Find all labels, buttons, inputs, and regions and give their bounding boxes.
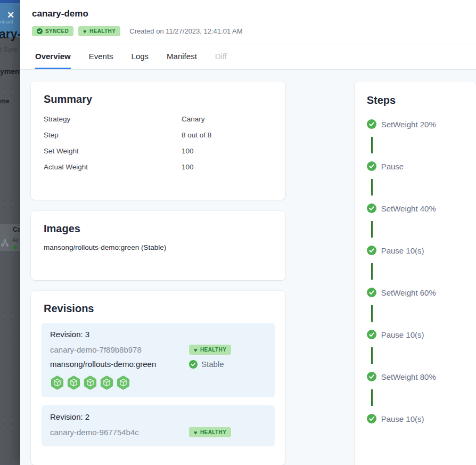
step-item: Pause 10(s): [367, 413, 476, 425]
background-page-title-fragment: ary-: [0, 27, 20, 42]
tab-manifest[interactable]: Manifest: [167, 44, 197, 69]
pod-icon: [50, 375, 64, 390]
step-label: SetWeight 20%: [381, 120, 436, 129]
row-label: Step: [44, 131, 182, 139]
image-item: mansong/rollouts-demo:green (Stable): [44, 243, 273, 251]
step-connector: [371, 263, 373, 280]
step-item: SetWeight 20%: [367, 118, 476, 130]
summary-title: Summary: [44, 93, 273, 105]
check-circle-icon: [37, 28, 43, 34]
panel-content: Summary Strategy Canary Step 8 out of 8 …: [20, 70, 476, 465]
healthy-badge-label: HEALTHY: [200, 347, 226, 353]
summary-row-step: Step 8 out of 8: [44, 127, 273, 143]
revision-3-block: Revision: 3 canary-demo-7f89b8b978 ♥ HEA…: [42, 323, 275, 397]
steps-card: Steps SetWeight 20% Pause SetWeight 40%: [355, 81, 476, 465]
row-label: Strategy: [44, 115, 182, 123]
summary-row-set-weight: Set Weight 100: [44, 143, 273, 159]
pod-icon: [116, 375, 130, 390]
healthy-badge-label: HEALTHY: [89, 28, 116, 34]
revision-title: Revision: 2: [50, 412, 266, 421]
tab-events[interactable]: Events: [89, 44, 113, 69]
pod-icon: [100, 375, 114, 390]
step-check-icon: [367, 288, 376, 297]
background-deployment-fragment: yment: [0, 67, 20, 76]
step-check-icon: [367, 161, 376, 171]
replicaset-name: canary-demo-967754b4c: [50, 428, 189, 437]
tab-diff[interactable]: Diff: [215, 44, 227, 69]
step-check-icon: [367, 414, 376, 423]
healthy-badge-label: HEALTHY: [200, 429, 226, 435]
background-name-header-fragment: me: [0, 97, 9, 105]
synced-badge-label: SYNCED: [45, 28, 69, 34]
revision-2-block: Revision: 2 canary-demo-967754b4c ♥ HEAL…: [42, 405, 275, 446]
step-connector: [371, 221, 373, 238]
background-app-card: Ca Ap: [0, 224, 20, 251]
replicaset-name: canary-demo-7f89b8b978: [50, 345, 189, 354]
healthy-badge: ♥ HEALTHY: [189, 345, 231, 355]
background-app-card-subtitle-fragment: Ap: [12, 237, 19, 243]
modal-overlay[interactable]: nt:soft ✕ ary- t Sync yment me Ca Ap: [0, 0, 20, 465]
pod-list: [50, 375, 266, 390]
left-column: Summary Strategy Canary Step 8 out of 8 …: [31, 81, 285, 465]
background-app-card-title-fragment: Ca: [13, 226, 20, 233]
created-timestamp: Created on 11/27/2023, 12:41:01 AM: [129, 27, 242, 35]
steps-title: Steps: [367, 94, 476, 107]
heart-icon: ♥: [83, 29, 87, 34]
images-card: Images mansong/rollouts-demo:green (Stab…: [31, 211, 285, 280]
row-value: 100: [182, 163, 194, 171]
step-connector: [371, 389, 373, 406]
step-item: Pause: [367, 160, 476, 172]
right-column: Steps SetWeight 20% Pause SetWeight 40%: [355, 81, 476, 465]
step-item: Pause 10(s): [367, 329, 476, 340]
synced-badge: SYNCED: [32, 26, 73, 36]
step-label: Pause: [381, 162, 404, 171]
close-panel-button[interactable]: ✕: [4, 9, 18, 22]
tab-bar: Overview Events Logs Manifest Diff: [20, 44, 476, 70]
step-connector: [371, 347, 373, 364]
pod-icon: [67, 375, 81, 390]
row-label: Actual Weight: [44, 163, 182, 171]
healthy-badge: ♥ HEALTHY: [78, 26, 120, 36]
heart-icon: ♥: [194, 430, 198, 435]
background-health-dot: [13, 246, 17, 249]
git-branch-icon: [1, 239, 9, 247]
summary-row-actual-weight: Actual Weight 100: [44, 159, 273, 175]
row-label: Set Weight: [44, 147, 182, 155]
step-check-icon: [367, 330, 376, 339]
revision-replicaset-row: canary-demo-967754b4c ♥ HEALTHY: [50, 427, 266, 437]
stable-label: Stable: [201, 360, 224, 369]
revisions-card: Revisions Revision: 3 canary-demo-7f89b8…: [31, 291, 285, 465]
step-label: Pause 10(s): [381, 246, 424, 255]
row-value: 100: [182, 147, 194, 155]
step-check-icon: [367, 246, 376, 255]
background-divider: [0, 60, 20, 60]
tab-logs[interactable]: Logs: [132, 44, 149, 69]
healthy-badge: ♥ HEALTHY: [189, 427, 231, 437]
images-title: Images: [44, 223, 273, 235]
step-check-icon: [367, 372, 376, 381]
stable-indicator: Stable: [189, 360, 224, 369]
step-check-icon: [367, 203, 376, 213]
background-dot-grid: [0, 77, 20, 465]
tab-overview[interactable]: Overview: [35, 44, 71, 69]
background-sync-text-fragment: t Sync: [0, 46, 18, 53]
step-label: SetWeight 80%: [381, 372, 436, 381]
step-check-icon: [367, 119, 376, 129]
step-item: SetWeight 80%: [367, 371, 476, 382]
summary-row-strategy: Strategy Canary: [44, 111, 273, 127]
step-label: SetWeight 40%: [381, 204, 436, 213]
revision-image-row: mansong/rollouts-demo:green Stable: [50, 360, 266, 369]
step-item: SetWeight 60%: [367, 287, 476, 298]
revisions-title: Revisions: [44, 303, 275, 315]
step-connector: [371, 179, 373, 195]
row-value: 8 out of 8: [182, 131, 211, 139]
step-item: SetWeight 40%: [367, 202, 476, 214]
revision-title: Revision: 3: [50, 330, 266, 339]
step-connector: [371, 305, 373, 322]
step-label: SetWeight 60%: [381, 288, 436, 297]
row-value: Canary: [182, 115, 205, 123]
step-label: Pause 10(s): [381, 330, 424, 339]
rollout-title: canary-demo: [32, 9, 464, 19]
step-connector: [371, 137, 373, 153]
status-badge-row: SYNCED ♥ HEALTHY Created on 11/27/2023, …: [32, 26, 464, 44]
